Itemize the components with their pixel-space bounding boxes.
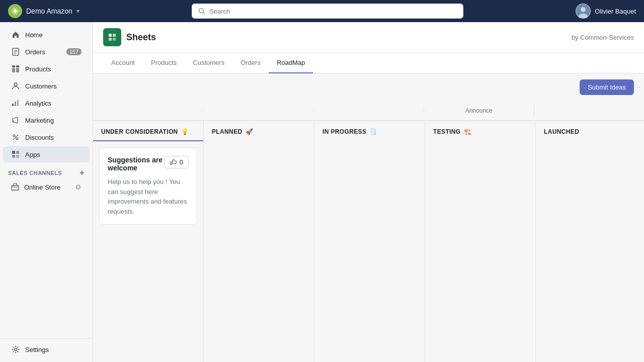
under-consideration-emoji: 💡	[181, 128, 189, 135]
marketing-icon	[11, 116, 20, 125]
svg-rect-22	[16, 151, 19, 154]
svg-rect-9	[12, 68, 15, 72]
orders-icon	[11, 47, 20, 56]
column-header-testing: TESTING 🏗️	[425, 121, 535, 141]
sidebar-label-apps: Apps	[25, 151, 40, 158]
sidebar-item-online-store[interactable]: Online Store ⚙	[3, 179, 90, 195]
card-description: Help us to help you ! You can suggest he…	[108, 177, 189, 216]
app-name: Sheets	[126, 32, 156, 43]
top-navigation: Demo Amazon ▾ Olivier Baquet	[0, 0, 644, 22]
online-store-left: Online Store	[11, 183, 60, 191]
brand-name: Demo Amazon	[26, 7, 72, 15]
sidebar-item-orders[interactable]: Orders 157	[3, 44, 90, 60]
sidebar-label-marketing: Marketing	[25, 117, 54, 124]
svg-rect-14	[12, 104, 14, 106]
in-progress-label: IN PROGRESS	[323, 128, 366, 135]
tab-products[interactable]: Products	[143, 53, 185, 73]
announce-col-4: Announce	[424, 105, 534, 116]
svg-rect-32	[171, 162, 172, 164]
column-header-planned: PLANNED 🚀	[204, 121, 314, 141]
svg-rect-10	[16, 68, 19, 72]
sidebar-item-apps[interactable]: Apps	[3, 146, 90, 162]
svg-rect-17	[13, 120, 14, 123]
column-launched: LAUNCHED	[536, 121, 644, 362]
search-input[interactable]	[209, 8, 457, 15]
brand-chevron-icon: ▾	[76, 8, 79, 15]
under-consideration-label: UNDER CONSIDERATION	[101, 128, 178, 135]
sales-channels-label: SALES CHANNELS	[8, 170, 62, 176]
vote-button[interactable]: 0	[165, 156, 189, 168]
online-store-label: Online Store	[24, 184, 60, 191]
sidebar-item-analytics[interactable]: Analytics	[3, 95, 90, 111]
column-under-consideration: UNDER CONSIDERATION 💡 Suggestions are we…	[93, 121, 204, 362]
sidebar-item-customers[interactable]: Customers	[3, 78, 90, 94]
announce-col-2	[203, 109, 313, 113]
sidebar-label-customers: Customers	[25, 82, 57, 90]
column-header-in-progress: IN PROGRESS 🗒️	[314, 121, 425, 141]
search-area	[86, 4, 570, 19]
user-menu[interactable]: Olivier Baquet	[576, 4, 636, 19]
svg-line-20	[13, 135, 18, 140]
column-planned: PLANNED 🚀	[204, 121, 314, 362]
suggestion-card: Suggestions are welcome 0	[99, 147, 197, 225]
home-icon	[11, 30, 20, 39]
launched-label: LAUNCHED	[544, 128, 579, 135]
svg-rect-12	[16, 65, 19, 67]
products-icon	[11, 64, 20, 73]
online-store-gear-icon[interactable]: ⚙	[75, 183, 82, 191]
svg-rect-28	[109, 34, 112, 37]
column-body-under-consideration: Suggestions are welcome 0	[93, 141, 203, 362]
sidebar-label-analytics: Analytics	[25, 100, 51, 107]
svg-rect-25	[12, 186, 19, 190]
column-body-in-progress	[314, 141, 425, 362]
sidebar-item-settings[interactable]: Settings	[3, 341, 90, 357]
column-in-progress: IN PROGRESS 🗒️	[314, 121, 425, 362]
svg-rect-11	[12, 65, 15, 67]
sidebar: Home Orders 157	[0, 22, 93, 362]
add-sales-channel-icon[interactable]: +	[79, 169, 85, 177]
sidebar-item-home[interactable]: Home	[3, 27, 90, 43]
svg-rect-16	[17, 100, 19, 106]
in-progress-emoji: 🗒️	[369, 128, 377, 135]
user-name: Olivier Baquet	[595, 8, 636, 15]
app-tabs: Account Products Customers Orders RoadMa…	[93, 53, 644, 73]
settings-icon	[11, 345, 20, 354]
svg-rect-21	[12, 151, 15, 154]
search-icon	[198, 8, 205, 15]
svg-rect-15	[15, 102, 16, 106]
tab-account[interactable]: Account	[103, 53, 143, 73]
brand-logo-area[interactable]: Demo Amazon ▾	[8, 4, 79, 18]
column-body-testing	[425, 141, 535, 362]
thumbs-up-icon	[170, 159, 177, 166]
analytics-icon	[11, 99, 20, 108]
apps-icon	[11, 150, 20, 159]
planned-label: PLANNED	[212, 128, 243, 135]
sidebar-item-discounts[interactable]: Discounts	[3, 129, 90, 145]
tab-roadmap[interactable]: RoadMap	[269, 53, 313, 73]
sidebar-item-marketing[interactable]: Marketing	[3, 112, 90, 128]
svg-rect-31	[113, 38, 116, 41]
discounts-icon	[11, 133, 20, 142]
sidebar-item-products[interactable]: Products	[3, 61, 90, 77]
vote-count: 0	[180, 158, 183, 166]
brand-icon	[8, 4, 22, 18]
column-body-launched	[536, 141, 644, 362]
main-content: Sheets by Common-Services Account Produc…	[93, 22, 644, 362]
submit-ideas-button[interactable]: Submit Ideas	[580, 79, 634, 95]
svg-point-26	[15, 348, 17, 351]
tab-customers[interactable]: Customers	[185, 53, 232, 73]
orders-badge: 157	[66, 48, 82, 55]
column-header-launched: LAUNCHED	[536, 121, 644, 141]
customers-icon	[11, 81, 20, 90]
svg-point-13	[14, 83, 17, 86]
svg-rect-29	[113, 34, 116, 37]
column-body-planned	[204, 141, 314, 362]
app-header: Sheets by Common-Services	[93, 22, 644, 53]
tab-orders[interactable]: Orders	[232, 53, 269, 73]
svg-rect-23	[12, 155, 15, 158]
sales-channels-section: SALES CHANNELS +	[0, 163, 93, 179]
app-header-left: Sheets	[103, 28, 156, 46]
svg-point-19	[16, 138, 18, 140]
app-by: by Common-Services	[572, 34, 634, 41]
search-box[interactable]	[192, 4, 463, 19]
